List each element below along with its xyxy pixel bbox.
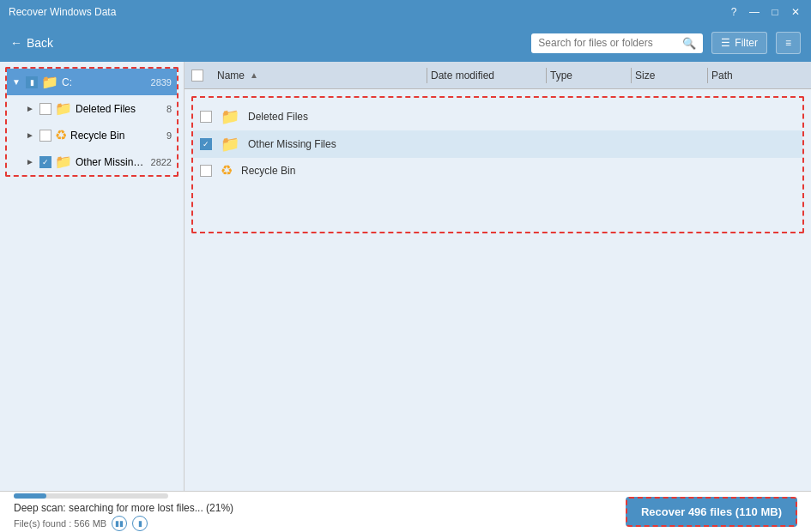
divider-1 bbox=[427, 68, 427, 83]
minimize-button[interactable]: — bbox=[747, 5, 761, 19]
checkbox-other-missing[interactable]: ✓ bbox=[39, 156, 51, 168]
sort-icon[interactable]: ▲ bbox=[250, 70, 258, 80]
divider-3 bbox=[631, 68, 632, 83]
header-path: Path bbox=[711, 70, 804, 82]
app-title: Recover Windows Data bbox=[9, 6, 116, 18]
recover-button[interactable]: Recover 496 files (110 MB) bbox=[626, 497, 797, 527]
left-panel: ▼ ▮ 📁 C: 2839 ► 📁 Deleted Files 8 ► ♻ Re… bbox=[0, 62, 185, 491]
header-name-label: Name bbox=[217, 70, 245, 82]
tree-item-deleted-files[interactable]: ► 📁 Deleted Files 8 bbox=[7, 95, 177, 122]
header-size: Size bbox=[635, 70, 704, 82]
back-button[interactable]: ← Back bbox=[10, 36, 53, 50]
scan-label: Deep scan: searching for more lost files… bbox=[14, 502, 233, 514]
right-panel: Name ▲ Date modified Type Size Path 📁 De… bbox=[185, 62, 811, 491]
tree-item-c-drive[interactable]: ▼ ▮ 📁 C: 2839 bbox=[7, 69, 177, 95]
table-row[interactable]: ✓ 📁 Other Missing Files bbox=[193, 130, 802, 158]
stop-icon: ▮ bbox=[138, 519, 142, 528]
toolbar: ← Back 🔍 ☰ Filter ≡ bbox=[0, 24, 811, 62]
row-label-recycle: Recycle Bin bbox=[241, 165, 383, 177]
search-input[interactable] bbox=[538, 37, 677, 49]
help-button[interactable]: ? bbox=[727, 5, 741, 19]
expand-arrow-deleted: ► bbox=[26, 104, 36, 113]
tree-item-other-missing[interactable]: ► ✓ 📁 Other Missing Files 2822 bbox=[7, 148, 177, 175]
checkbox-deleted-files[interactable] bbox=[39, 103, 51, 115]
checkbox-c-drive[interactable]: ▮ bbox=[26, 76, 38, 88]
status-bar: Deep scan: searching for more lost files… bbox=[0, 491, 811, 532]
filter-icon: ☰ bbox=[721, 37, 730, 49]
tree-item-count-recycle-bin: 9 bbox=[166, 130, 172, 141]
maximize-button[interactable]: □ bbox=[768, 5, 782, 19]
close-button[interactable]: ✕ bbox=[789, 5, 802, 19]
header-checkbox[interactable] bbox=[191, 70, 203, 82]
expand-arrow-icon: ▼ bbox=[12, 77, 22, 87]
recycle-icon-row: ♻ bbox=[221, 162, 233, 178]
back-arrow-icon: ← bbox=[10, 36, 22, 50]
left-panel-dashed-border: ▼ ▮ 📁 C: 2839 ► 📁 Deleted Files 8 ► ♻ Re… bbox=[5, 67, 179, 177]
tree-item-recycle-bin[interactable]: ► ♻ Recycle Bin 9 bbox=[7, 122, 177, 148]
row-label-other: Other Missing Files bbox=[248, 138, 386, 150]
back-label: Back bbox=[27, 36, 53, 50]
pause-button[interactable]: ▮▮ bbox=[112, 516, 127, 531]
header-name[interactable]: Name ▲ bbox=[217, 70, 423, 82]
header-type: Type bbox=[550, 70, 627, 82]
table-body-dashed-border: 📁 Deleted Files ✓ 📁 Other Missing Files bbox=[191, 96, 804, 233]
main-content: ▼ ▮ 📁 C: 2839 ► 📁 Deleted Files 8 ► ♻ Re… bbox=[0, 62, 811, 491]
folder-blue-icon: 📁 bbox=[41, 74, 58, 90]
divider-2 bbox=[546, 68, 547, 83]
tree-item-count-c-drive: 2839 bbox=[151, 77, 172, 88]
row-checkbox-recycle[interactable] bbox=[200, 165, 212, 177]
expand-arrow-other: ► bbox=[26, 157, 36, 166]
divider-4 bbox=[707, 68, 708, 83]
header-check[interactable] bbox=[191, 70, 217, 82]
recover-label: Recover 496 files (110 MB) bbox=[641, 505, 782, 518]
table-row[interactable]: 📁 Deleted Files bbox=[193, 103, 802, 130]
search-box[interactable]: 🔍 bbox=[531, 33, 703, 53]
row-checkbox-other[interactable]: ✓ bbox=[200, 138, 212, 150]
header-date-modified: Date modified bbox=[431, 70, 542, 82]
scan-files-label: File(s) found : 566 MB ▮▮ ▮ bbox=[14, 516, 617, 531]
filter-button[interactable]: ☰ Filter bbox=[711, 32, 767, 54]
progress-bar-fill bbox=[14, 493, 46, 499]
filter-label: Filter bbox=[735, 37, 758, 49]
scan-progress-label: Deep scan: searching for more lost files… bbox=[14, 493, 617, 514]
stop-button[interactable]: ▮ bbox=[132, 516, 148, 531]
table-body: 📁 Deleted Files ✓ 📁 Other Missing Files bbox=[185, 89, 811, 491]
tree-item-count-other-missing: 2822 bbox=[151, 157, 172, 167]
tree-item-label-other-missing: Other Missing Files bbox=[76, 156, 145, 168]
title-bar-controls: ? — □ ✕ bbox=[727, 5, 802, 19]
table-row[interactable]: ♻ Recycle Bin bbox=[193, 158, 802, 183]
table-header: Name ▲ Date modified Type Size Path bbox=[185, 62, 811, 89]
scan-text-area: Deep scan: searching for more lost files… bbox=[14, 493, 617, 531]
tree-item-label-recycle-bin: Recycle Bin bbox=[70, 130, 160, 142]
folder-icon-other-row: 📁 bbox=[221, 135, 239, 154]
menu-button[interactable]: ≡ bbox=[776, 32, 801, 54]
expand-arrow-recycle: ► bbox=[26, 130, 36, 140]
tree-item-count-deleted-files: 8 bbox=[166, 104, 172, 114]
tree-item-label-deleted-files: Deleted Files bbox=[76, 103, 160, 115]
row-label-deleted: Deleted Files bbox=[248, 111, 386, 123]
search-icon: 🔍 bbox=[682, 37, 696, 50]
checkbox-recycle-bin[interactable] bbox=[39, 130, 51, 142]
row-checkbox-deleted[interactable] bbox=[200, 111, 212, 123]
tree-item-label-c-drive: C: bbox=[62, 76, 145, 88]
title-bar: Recover Windows Data ? — □ ✕ bbox=[0, 0, 811, 24]
menu-icon: ≡ bbox=[785, 37, 791, 49]
folder-icon-deleted-row: 📁 bbox=[221, 107, 239, 126]
progress-bar-wrap bbox=[14, 493, 168, 499]
folder-orange-icon-deleted: 📁 bbox=[55, 100, 72, 117]
files-found-text: File(s) found : 566 MB bbox=[14, 518, 106, 529]
pause-icon: ▮▮ bbox=[115, 519, 124, 528]
folder-orange-icon-other: 📁 bbox=[55, 154, 72, 170]
recycle-icon-left: ♻ bbox=[55, 127, 67, 143]
